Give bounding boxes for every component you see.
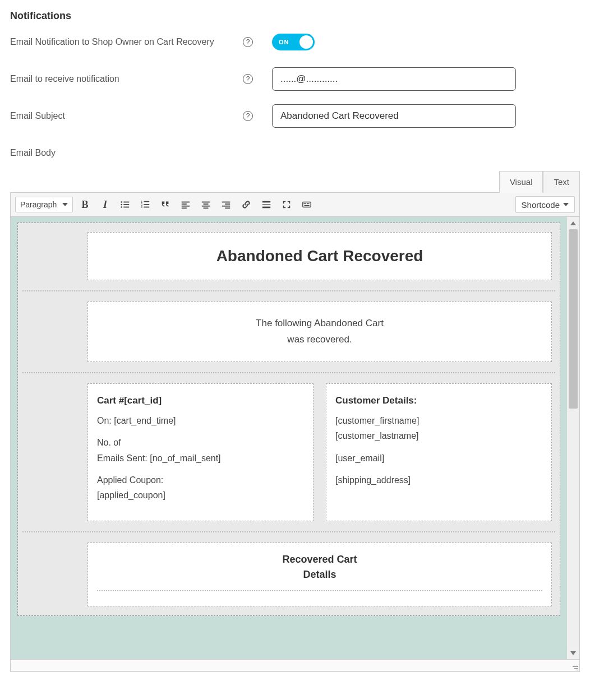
svg-rect-33 bbox=[305, 205, 310, 206]
svg-rect-17 bbox=[204, 203, 209, 205]
svg-rect-5 bbox=[124, 207, 130, 208]
cart-emails-1: No. of bbox=[97, 438, 121, 447]
svg-rect-32 bbox=[308, 203, 310, 204]
scroll-track[interactable] bbox=[567, 229, 579, 647]
link-icon bbox=[241, 200, 251, 210]
toolbar-toggle-button[interactable] bbox=[298, 197, 315, 212]
tab-text[interactable]: Text bbox=[543, 171, 580, 193]
row-email-body: Email Body bbox=[10, 141, 580, 165]
svg-rect-22 bbox=[222, 206, 230, 207]
toggle-label: ON bbox=[279, 39, 289, 45]
align-left-button[interactable] bbox=[177, 197, 194, 212]
editor-tabs: Visual Text bbox=[10, 171, 580, 193]
italic-icon: I bbox=[103, 199, 107, 211]
tab-visual[interactable]: Visual bbox=[499, 171, 543, 193]
scrollbar bbox=[567, 217, 579, 659]
svg-point-2 bbox=[121, 204, 123, 206]
recovered-heading-2: Details bbox=[97, 567, 542, 582]
cart-details-col: Cart #[cart_id] On: [cart_end_time] No. … bbox=[87, 383, 314, 521]
cart-emails-2: Emails Sent: [no_of_mail_sent] bbox=[97, 453, 221, 463]
svg-rect-27 bbox=[262, 207, 270, 208]
read-more-icon bbox=[261, 200, 271, 210]
toggle-knob bbox=[299, 35, 313, 49]
svg-point-4 bbox=[121, 206, 123, 208]
svg-rect-19 bbox=[204, 207, 209, 208]
customer-firstname: [customer_firstname] bbox=[335, 416, 419, 425]
email-intro-line2: was recovered. bbox=[98, 332, 541, 348]
shortcode-dropdown[interactable]: Shortcode bbox=[515, 196, 575, 213]
svg-rect-9 bbox=[144, 204, 150, 205]
svg-rect-14 bbox=[182, 206, 190, 207]
input-email-receive[interactable] bbox=[272, 67, 516, 91]
svg-rect-11 bbox=[144, 207, 150, 208]
scroll-thumb[interactable] bbox=[569, 229, 578, 409]
format-select[interactable]: Paragraph bbox=[15, 197, 73, 212]
svg-rect-15 bbox=[182, 207, 187, 208]
svg-rect-3 bbox=[124, 204, 130, 205]
help-icon[interactable]: ? bbox=[243, 74, 253, 84]
bold-icon: B bbox=[81, 199, 88, 211]
svg-rect-12 bbox=[182, 202, 190, 203]
svg-rect-24 bbox=[262, 201, 270, 203]
svg-rect-13 bbox=[182, 203, 187, 205]
italic-button[interactable]: I bbox=[96, 197, 113, 212]
align-right-button[interactable] bbox=[218, 197, 234, 212]
align-left-icon bbox=[181, 200, 191, 210]
cart-title: Cart #[cart_id] bbox=[97, 395, 162, 406]
align-center-button[interactable] bbox=[197, 197, 214, 212]
customer-details-col: Customer Details: [customer_firstname] [… bbox=[326, 383, 552, 521]
link-button[interactable] bbox=[238, 197, 255, 212]
customer-email: [user_email] bbox=[335, 451, 542, 466]
bold-button[interactable]: B bbox=[76, 197, 93, 212]
input-email-subject[interactable] bbox=[272, 104, 516, 128]
insert-more-button[interactable] bbox=[258, 197, 275, 212]
chevron-down-icon bbox=[563, 203, 569, 206]
label-email-body: Email Body bbox=[10, 148, 243, 158]
bullet-list-button[interactable] bbox=[117, 197, 133, 212]
resize-handle[interactable] bbox=[570, 662, 578, 670]
svg-rect-28 bbox=[303, 202, 311, 207]
section-title: Notifications bbox=[10, 10, 580, 22]
svg-rect-23 bbox=[225, 207, 231, 208]
svg-rect-20 bbox=[222, 202, 230, 203]
blockquote-button[interactable] bbox=[157, 197, 174, 212]
bullet-list-icon bbox=[120, 200, 130, 210]
editor-content: Abandoned Cart Recovered The following A… bbox=[10, 217, 580, 660]
svg-rect-30 bbox=[306, 203, 307, 204]
numbered-list-icon: 123 bbox=[140, 200, 150, 210]
toggle-email-notification[interactable]: ON bbox=[272, 34, 315, 50]
scroll-down-button[interactable] bbox=[567, 647, 579, 659]
email-intro-line1: The following Abandoned Cart bbox=[98, 316, 541, 332]
row-email-notification: Email Notification to Shop Owner on Cart… bbox=[10, 30, 580, 54]
customer-title: Customer Details: bbox=[335, 395, 417, 406]
customer-shipping: [shipping_address] bbox=[335, 472, 542, 488]
shortcode-label: Shortcode bbox=[522, 200, 560, 210]
svg-rect-21 bbox=[225, 203, 231, 205]
label-email-notification: Email Notification to Shop Owner on Cart… bbox=[10, 37, 243, 47]
align-right-icon bbox=[221, 200, 231, 210]
label-email-receive: Email to receive notification bbox=[10, 74, 243, 84]
svg-rect-31 bbox=[307, 203, 308, 204]
svg-rect-18 bbox=[202, 206, 210, 207]
fullscreen-icon bbox=[282, 200, 292, 210]
quote-icon bbox=[160, 200, 170, 210]
scroll-up-button[interactable] bbox=[567, 217, 579, 229]
numbered-list-button[interactable]: 123 bbox=[137, 197, 154, 212]
svg-rect-7 bbox=[144, 201, 150, 202]
row-email-subject: Email Subject ? bbox=[10, 104, 580, 128]
recovered-heading-1: Recovered Cart bbox=[97, 552, 542, 567]
keyboard-icon bbox=[302, 200, 312, 210]
customer-lastname: [customer_lastname] bbox=[335, 431, 419, 441]
format-select-label: Paragraph bbox=[20, 200, 57, 209]
label-email-subject: Email Subject bbox=[10, 111, 243, 121]
editor-container: Visual Text Paragraph B I 123 bbox=[10, 171, 580, 672]
cart-on: On: [cart_end_time] bbox=[97, 413, 304, 428]
help-icon[interactable]: ? bbox=[243, 111, 253, 121]
align-center-icon bbox=[201, 200, 211, 210]
help-icon[interactable]: ? bbox=[243, 37, 253, 47]
svg-rect-16 bbox=[202, 202, 210, 203]
editor-canvas[interactable]: Abandoned Cart Recovered The following A… bbox=[11, 217, 567, 659]
svg-point-0 bbox=[121, 201, 123, 203]
fullscreen-button[interactable] bbox=[278, 197, 295, 212]
svg-rect-29 bbox=[304, 203, 305, 204]
